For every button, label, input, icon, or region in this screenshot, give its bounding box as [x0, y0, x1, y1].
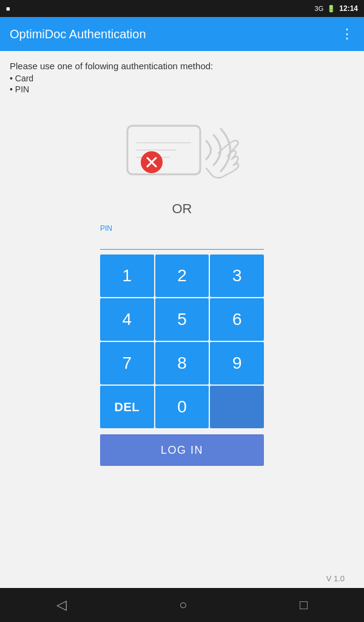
numpad-2[interactable]: 2 — [155, 255, 209, 297]
login-button[interactable]: LOG IN — [100, 434, 264, 466]
numpad: 1 2 3 4 5 6 7 8 9 DEL 0 — [100, 255, 264, 429]
numpad-empty — [210, 386, 264, 428]
pin-label: PIN — [100, 224, 264, 233]
notification-icon: ■ — [6, 5, 10, 12]
battery-icon: 🔋 — [327, 5, 335, 13]
signal-icon: 3G — [315, 5, 324, 12]
numpad-row-4: DEL 0 — [100, 386, 264, 428]
nfc-illustration-area — [10, 95, 354, 199]
recents-nav-icon[interactable]: □ — [300, 597, 308, 613]
overflow-menu-icon[interactable]: ⋮ — [340, 27, 354, 41]
clock: 12:14 — [339, 4, 358, 13]
pin-input-container: PIN — [10, 224, 354, 250]
numpad-7[interactable]: 7 — [100, 342, 154, 384]
login-btn-wrapper: LOG IN — [10, 434, 354, 466]
numpad-del[interactable]: DEL — [100, 386, 154, 428]
numpad-0[interactable]: 0 — [155, 386, 209, 428]
or-label: OR — [10, 201, 354, 217]
app-bar: OptimiDoc Authentication ⋮ — [0, 17, 364, 51]
numpad-4[interactable]: 4 — [100, 298, 154, 341]
numpad-row-3: 7 8 9 — [100, 342, 264, 384]
numpad-row-1: 1 2 3 — [100, 255, 264, 297]
status-bar: ■ 3G 🔋 12:14 — [0, 0, 364, 17]
numpad-5[interactable]: 5 — [155, 298, 209, 341]
back-nav-icon[interactable]: ◁ — [56, 597, 67, 613]
numpad-1[interactable]: 1 — [100, 255, 154, 297]
nav-bar: ◁ ○ □ — [0, 588, 364, 622]
numpad-8[interactable]: 8 — [155, 342, 209, 384]
numpad-6[interactable]: 6 — [210, 298, 264, 341]
numpad-row-2: 4 5 6 — [100, 298, 264, 341]
pin-input[interactable] — [100, 234, 264, 250]
version-area: V 1.0 — [10, 470, 354, 588]
nfc-icon — [115, 108, 249, 193]
instruction-pin: • PIN — [10, 84, 354, 94]
numpad-wrapper: 1 2 3 4 5 6 7 8 9 DEL 0 — [10, 255, 354, 429]
home-nav-icon[interactable]: ○ — [179, 597, 187, 613]
numpad-9[interactable]: 9 — [210, 342, 264, 384]
version-text: V 1.0 — [326, 574, 345, 583]
numpad-3[interactable]: 3 — [210, 255, 264, 297]
pin-field-wrapper: PIN — [100, 224, 264, 250]
main-content: Please use one of folowing authenticatio… — [0, 51, 364, 588]
instruction-line1: Please use one of folowing authenticatio… — [10, 61, 354, 71]
instruction-card: • Card — [10, 73, 354, 83]
app-title: OptimiDoc Authentication — [10, 27, 340, 41]
